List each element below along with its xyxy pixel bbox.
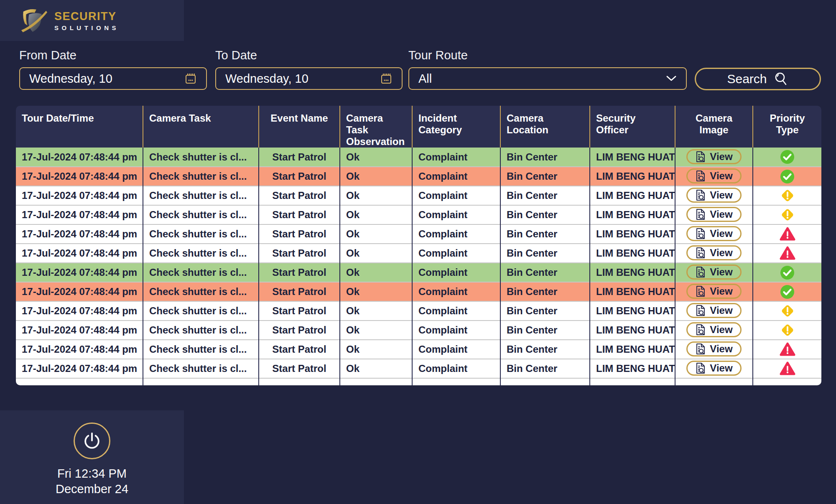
cell-event: Start Patrol [259, 282, 340, 301]
from-date-input[interactable]: Wednesday, 10 [19, 67, 207, 90]
cell-empty [500, 378, 590, 385]
cell-category: Complaint [412, 148, 500, 167]
view-button[interactable]: View [686, 168, 742, 183]
priority-warning-icon [780, 322, 795, 338]
cell-category: Complaint [412, 340, 500, 359]
search-button[interactable]: Search [695, 68, 821, 90]
view-button[interactable]: View [686, 149, 742, 164]
cell-view: View [675, 340, 753, 359]
cell-category: Complaint [412, 205, 500, 224]
view-button-label: View [710, 209, 732, 220]
cell-officer: LIM BENG HUAT [590, 321, 675, 340]
cell-event: Start Patrol [259, 167, 340, 186]
table-filler-row [16, 378, 821, 385]
tour-route-group: Tour Route All [408, 48, 687, 90]
cell-observation: Ok [340, 244, 412, 263]
view-button[interactable]: View [686, 284, 742, 299]
cell-date: 17-Jul-2024 07:48:44 pm [16, 301, 143, 321]
cell-event: Start Patrol [259, 148, 340, 167]
cell-date: 17-Jul-2024 07:48:44 pm [16, 282, 143, 301]
calendar-icon [380, 72, 393, 85]
view-button[interactable]: View [686, 245, 742, 260]
tour-route-select[interactable]: All [408, 67, 687, 90]
cell-priority [753, 263, 821, 282]
view-button[interactable]: View [686, 341, 742, 356]
cell-date: 17-Jul-2024 07:48:44 pm [16, 205, 143, 224]
priority-ok-icon [780, 169, 795, 184]
cell-observation: Ok [340, 205, 412, 224]
cell-date: 17-Jul-2024 07:48:44 pm [16, 340, 143, 359]
view-button[interactable]: View [686, 265, 742, 280]
cell-view: View [675, 205, 753, 224]
view-button[interactable]: View [686, 207, 742, 222]
cell-observation: Ok [340, 263, 412, 282]
cell-location: Bin Center [500, 167, 590, 186]
column-header-priority: Priority Type [753, 106, 821, 148]
cell-category: Complaint [412, 263, 500, 282]
cell-task: Check shutter is cl... [143, 244, 259, 263]
cell-priority [753, 205, 821, 224]
document-search-icon [695, 151, 706, 163]
cell-priority [753, 340, 821, 359]
cell-priority [753, 186, 821, 205]
view-button[interactable]: View [686, 322, 742, 337]
cell-observation: Ok [340, 167, 412, 186]
tour-route-label: Tour Route [408, 48, 687, 62]
cell-empty [412, 378, 500, 385]
cell-location: Bin Center [500, 301, 590, 321]
brand-logo-panel: SECURITY SOLUTIONS [0, 0, 184, 41]
cell-category: Complaint [412, 359, 500, 378]
cell-event: Start Patrol [259, 186, 340, 205]
cell-location: Bin Center [500, 205, 590, 224]
search-button-label: Search [727, 72, 767, 86]
view-button-label: View [710, 324, 732, 336]
table-row: 17-Jul-2024 07:48:44 pmCheck shutter is … [16, 282, 821, 301]
cell-category: Complaint [412, 167, 500, 186]
cell-officer: LIM BENG HUAT [590, 148, 675, 167]
view-button[interactable]: View [686, 188, 742, 203]
power-button[interactable] [74, 423, 110, 459]
cell-location: Bin Center [500, 244, 590, 263]
clock-panel: Fri 12:34 PM December 24 [0, 410, 184, 504]
cell-view: View [675, 321, 753, 340]
cell-officer: LIM BENG HUAT [590, 359, 675, 378]
cell-date: 17-Jul-2024 07:48:44 pm [16, 263, 143, 282]
view-button[interactable]: View [686, 226, 742, 241]
table-row: 17-Jul-2024 07:48:44 pmCheck shutter is … [16, 205, 821, 224]
to-date-label: To Date [215, 48, 403, 62]
cell-category: Complaint [412, 186, 500, 205]
cell-officer: LIM BENG HUAT [590, 244, 675, 263]
cell-event: Start Patrol [259, 224, 340, 244]
cell-task: Check shutter is cl... [143, 282, 259, 301]
clock-date: December 24 [0, 482, 184, 496]
cell-priority [753, 244, 821, 263]
table-row: 17-Jul-2024 07:48:44 pmCheck shutter is … [16, 263, 821, 282]
cell-task: Check shutter is cl... [143, 321, 259, 340]
cell-event: Start Patrol [259, 205, 340, 224]
cell-event: Start Patrol [259, 263, 340, 282]
cell-observation: Ok [340, 148, 412, 167]
cell-category: Complaint [412, 321, 500, 340]
view-button[interactable]: View [686, 303, 742, 318]
cell-view: View [675, 224, 753, 244]
cell-date: 17-Jul-2024 07:48:44 pm [16, 359, 143, 378]
view-button-label: View [710, 362, 732, 374]
cell-empty [143, 378, 259, 385]
cell-location: Bin Center [500, 148, 590, 167]
view-button[interactable]: View [686, 361, 742, 376]
to-date-input[interactable]: Wednesday, 10 [215, 67, 403, 90]
column-header-category: Incident Category [412, 106, 500, 148]
power-icon [82, 431, 102, 451]
cell-event: Start Patrol [259, 244, 340, 263]
cell-priority [753, 148, 821, 167]
view-button-label: View [710, 170, 732, 182]
cell-empty [590, 378, 675, 385]
view-button-label: View [710, 247, 732, 259]
cell-task: Check shutter is cl... [143, 359, 259, 378]
from-date-label: From Date [19, 48, 207, 62]
cell-priority [753, 167, 821, 186]
cell-location: Bin Center [500, 340, 590, 359]
to-date-group: To Date Wednesday, 10 [215, 48, 403, 90]
cell-empty [259, 378, 340, 385]
cell-view: View [675, 167, 753, 186]
